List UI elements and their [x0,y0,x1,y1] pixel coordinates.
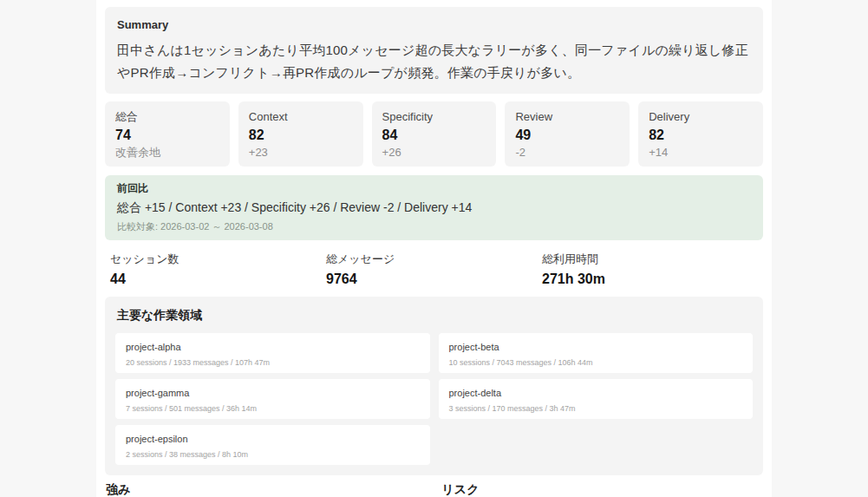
score-card-context: Context 82 +23 [238,101,363,167]
score-delta: 改善余地 [115,146,219,159]
score-label: Review [515,110,619,123]
score-card-specificity: Specificity 84 +26 [372,101,497,167]
score-value: 84 [382,128,486,142]
total-sessions: セッション数 44 [110,252,326,287]
score-value: 49 [515,128,619,142]
project-name: project-gamma [126,388,420,398]
summary-panel: Summary 田中さんは1セッションあたり平均100メッセージ超の長大なラリー… [105,7,763,94]
project-card: project-gamma 7 sessions / 501 messages … [115,379,430,419]
report-page: Summary 田中さんは1セッションあたり平均100メッセージ超の長大なラリー… [96,0,772,497]
score-label: Delivery [649,110,753,123]
score-value: 82 [249,128,353,142]
strengths-column: 強み 複数リポジトリ（repo-sales、shared-api、monitor… [106,482,427,497]
score-delta: +23 [249,146,353,159]
total-value: 271h 30m [542,271,758,287]
totals-row: セッション数 44 総メッセージ 9764 総利用時間 271h 30m [105,247,763,287]
total-label: 総利用時間 [542,252,758,265]
score-delta: -2 [515,146,619,159]
project-meta: 2 sessions / 38 messages / 8h 10m [126,450,420,459]
total-messages: 総メッセージ 9764 [326,252,542,287]
comparison-line: 総合 +15 / Context +23 / Specificity +26 /… [117,200,751,214]
strengths-title: 強み [106,482,427,496]
project-meta: 7 sessions / 501 messages / 36h 14m [126,404,420,413]
project-name: project-epsilon [126,434,420,444]
project-card: project-beta 10 sessions / 7043 messages… [439,333,754,373]
total-value: 9764 [326,271,542,287]
comparison-range: 比較対象: 2026-03-02 ～ 2026-03-08 [117,221,751,232]
project-name: project-delta [449,388,743,398]
total-label: セッション数 [110,252,326,265]
score-label: Specificity [382,110,486,123]
total-time: 総利用時間 271h 30m [542,252,758,287]
strengths-risks-section: 強み 複数リポジトリ（repo-sales、shared-api、monitor… [105,482,763,497]
project-meta: 10 sessions / 7043 messages / 106h 44m [449,358,743,367]
total-value: 44 [110,271,326,287]
summary-text: 田中さんは1セッションあたり平均100メッセージ超の長大なラリーが多く、同一ファ… [117,39,751,83]
project-card: project-epsilon 2 sessions / 38 messages… [115,425,430,465]
score-cards-row: 総合 74 改善余地 Context 82 +23 Specificity 84… [105,101,763,167]
project-meta: 3 sessions / 170 messages / 3h 47m [449,404,743,413]
score-card-review: Review 49 -2 [505,101,630,167]
score-label: Context [249,110,353,123]
summary-title: Summary [117,18,751,31]
project-card: project-delta 3 sessions / 170 messages … [439,379,754,419]
project-meta: 20 sessions / 1933 messages / 107h 47m [126,358,420,367]
score-delta: +14 [649,146,753,159]
comparison-panel: 前回比 総合 +15 / Context +23 / Specificity +… [105,175,763,240]
project-name: project-alpha [126,342,420,352]
total-label: 総メッセージ [326,252,542,265]
project-grid: project-alpha 20 sessions / 1933 message… [115,333,753,465]
comparison-title: 前回比 [117,183,751,194]
score-delta: +26 [382,146,486,159]
work-areas-panel: 主要な作業領域 project-alpha 20 sessions / 1933… [105,297,763,475]
project-card: project-alpha 20 sessions / 1933 message… [115,333,430,373]
score-value: 74 [115,128,219,142]
score-label: 総合 [115,110,219,123]
score-card-overall: 総合 74 改善余地 [105,101,230,167]
score-card-delivery: Delivery 82 +14 [638,101,763,167]
project-name: project-beta [449,342,743,352]
risks-title: リスク [442,482,763,496]
score-value: 82 [649,128,753,142]
risks-column: リスク PR作成・マージプロセスの非効率 PR作成後に高頻度でコンフリクトが発生… [442,482,763,497]
work-areas-title: 主要な作業領域 [117,308,751,324]
